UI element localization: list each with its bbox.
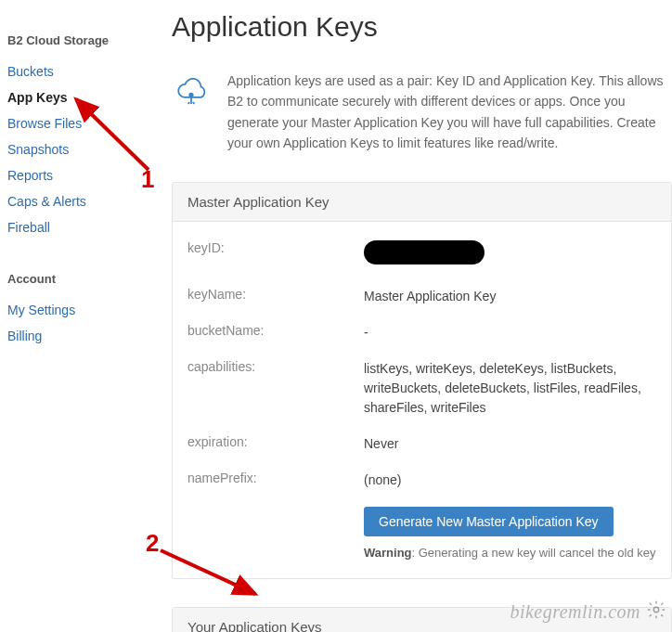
nameprefix-label: namePrefix: bbox=[187, 471, 364, 490]
expiration-value: Never bbox=[364, 434, 656, 454]
master-key-panel-title: Master Application Key bbox=[173, 183, 671, 222]
sidebar-item-my-settings[interactable]: My Settings bbox=[7, 297, 144, 323]
sidebar-item-fireball[interactable]: Fireball bbox=[7, 214, 144, 240]
keyid-value bbox=[364, 240, 656, 270]
keyid-redacted bbox=[364, 240, 485, 264]
intro-block: Application keys are used as a pair: Key… bbox=[172, 71, 672, 154]
sidebar-item-billing[interactable]: Billing bbox=[7, 323, 144, 349]
gear-icon bbox=[646, 600, 666, 625]
keyid-label: keyID: bbox=[187, 240, 364, 270]
svg-point-0 bbox=[188, 93, 193, 97]
sidebar: B2 Cloud Storage Buckets App Keys Browse… bbox=[0, 0, 144, 632]
sidebar-item-browse-files[interactable]: Browse Files bbox=[7, 110, 144, 136]
annotation-number-2: 2 bbox=[146, 529, 159, 558]
keyname-value: Master Application Key bbox=[364, 287, 656, 306]
sidebar-item-reports[interactable]: Reports bbox=[7, 162, 144, 188]
cloud-key-icon bbox=[172, 71, 211, 154]
sidebar-section-b2: B2 Cloud Storage bbox=[7, 33, 144, 47]
capabilities-value: listKeys, writeKeys, deleteKeys, listBuc… bbox=[364, 359, 656, 418]
sidebar-section-account: Account bbox=[7, 272, 144, 286]
watermark: bikegremlin.com bbox=[510, 600, 666, 625]
capabilities-label: capabilities: bbox=[187, 359, 364, 418]
main-content: Application Keys Application keys are us… bbox=[144, 0, 672, 632]
bucketname-value: - bbox=[364, 323, 656, 342]
generate-master-key-button[interactable]: Generate New Master Application Key bbox=[364, 507, 614, 536]
master-key-panel: Master Application Key keyID: keyName: M… bbox=[172, 182, 672, 579]
generate-warning: Warning: Generating a new key will cance… bbox=[364, 546, 656, 560]
sidebar-item-buckets[interactable]: Buckets bbox=[7, 58, 144, 84]
annotation-number-1: 1 bbox=[141, 165, 154, 194]
sidebar-item-caps-alerts[interactable]: Caps & Alerts bbox=[7, 188, 144, 214]
svg-point-5 bbox=[653, 607, 659, 613]
bucketname-label: bucketName: bbox=[187, 323, 364, 342]
sidebar-item-snapshots[interactable]: Snapshots bbox=[7, 136, 144, 162]
page-title: Application Keys bbox=[172, 11, 672, 43]
intro-text: Application keys are used as a pair: Key… bbox=[227, 71, 672, 154]
expiration-label: expiration: bbox=[187, 434, 364, 454]
sidebar-item-app-keys[interactable]: App Keys bbox=[7, 84, 144, 110]
nameprefix-value: (none) bbox=[364, 471, 656, 490]
keyname-label: keyName: bbox=[187, 287, 364, 306]
